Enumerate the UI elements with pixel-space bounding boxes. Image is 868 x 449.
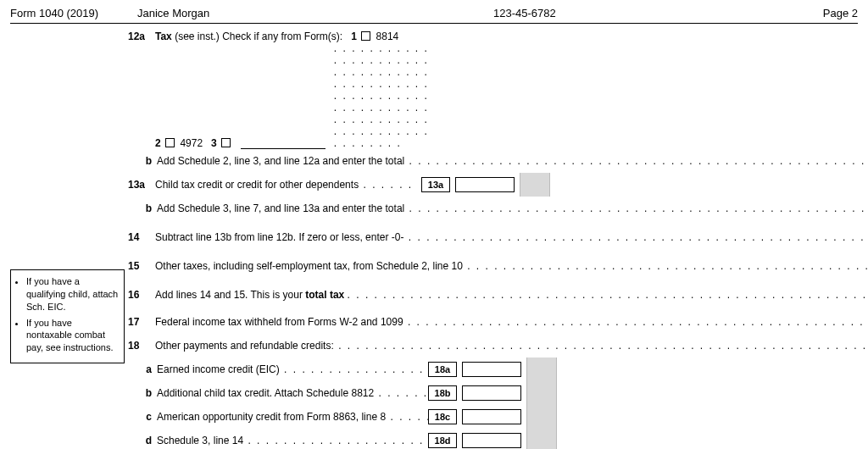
line-13b: b Add Schedule 3, line 7, and line 13a a… [125, 197, 868, 220]
line-12b-no: b [125, 155, 157, 167]
line-16-text: Add lines 14 and 15. This is your total … [155, 289, 868, 301]
line-17-no: 17 [125, 316, 155, 328]
line-13a-text: Child tax credit or credit for other dep… [155, 179, 418, 191]
line-18b: b Additional child tax credit. Attach Sc… [125, 381, 868, 405]
side-note-eic: If you have a qualifying child, attach S… [26, 275, 119, 313]
line-13b-no: b [125, 202, 157, 214]
box-value-13a[interactable] [455, 177, 515, 192]
box-label-18b: 18b [428, 385, 457, 401]
line-18: 18 Other payments and refundable credits… [125, 334, 868, 358]
ssn: 123-45-6782 [493, 7, 714, 19]
checkbox-8814[interactable] [361, 31, 370, 41]
side-note-box: If you have a qualifying child, attach S… [10, 269, 125, 363]
side-note-combat-pay: If you have nontaxable combat pay, see i… [26, 317, 119, 355]
box-value-18d[interactable] [462, 433, 521, 448]
taxpayer-name: Janice Morgan [137, 7, 493, 19]
line-16: 16 Add lines 14 and 15. This is your tot… [125, 283, 868, 307]
line-18a: a Earned income credit (EIC) 18a [125, 358, 868, 381]
box-label-18a: 18a [428, 362, 457, 377]
line-14: 14 Subtract line 13b from line 12b. If z… [125, 225, 868, 249]
line-13b-text: Add Schedule 3, line 7, and line 13a and… [157, 202, 868, 214]
box-value-18a[interactable] [462, 362, 521, 377]
line-15-text: Other taxes, including self-employment t… [155, 260, 868, 272]
box-label-18c: 18c [428, 409, 457, 424]
checkbox-3[interactable] [221, 138, 231, 147]
form-header: Form 1040 (2019) Janice Morgan 123-45-67… [10, 7, 858, 24]
line-15-no: 15 [125, 260, 155, 272]
line-12a-no: 12a [125, 30, 155, 42]
box-value-18b[interactable] [462, 385, 521, 401]
checkbox-4972[interactable] [165, 138, 175, 147]
line-14-text: Subtract line 13b from line 12b. If zero… [155, 231, 868, 243]
form-title: Form 1040 (2019) [10, 7, 137, 19]
box-value-18c[interactable] [462, 409, 521, 424]
box-label-13a: 13a [421, 177, 450, 192]
line-18-text: Other payments and refundable credits: [155, 340, 868, 352]
line-18-no: 18 [125, 340, 155, 352]
page-number: Page 2 [823, 7, 858, 19]
box-label-18d: 18d [428, 433, 457, 448]
shade-13a [520, 173, 550, 197]
line-14-no: 14 [125, 231, 155, 243]
line-17-text: Federal income tax withheld from Forms W… [155, 316, 868, 328]
line-12a-mid: (see inst.) Check if any from Form(s): [172, 30, 342, 42]
line-16-no: 16 [125, 289, 155, 301]
line-15: 15 Other taxes, including self-employmen… [125, 254, 868, 278]
line-12a-writein[interactable] [241, 136, 326, 149]
line-17: 17 Federal income tax withheld from Form… [125, 310, 868, 334]
line-12a: 12a Tax (see inst.) Check if any from Fo… [125, 29, 868, 149]
line-13a-no: 13a [125, 179, 155, 191]
line-18c: c American opportunity credit from Form … [125, 405, 868, 429]
side-column: If you have a qualifying child, attach S… [10, 29, 125, 363]
line-12b-text: Add Schedule 2, line 3, and line 12a and… [157, 155, 868, 167]
line-12b: b Add Schedule 2, line 3, and line 12a a… [125, 149, 868, 173]
line-18d: d Schedule 3, line 14 18d [125, 429, 868, 449]
line-12a-lead: Tax [155, 30, 172, 42]
line-13a: 13a Child tax credit or credit for other… [125, 173, 868, 197]
main-lines: 12a Tax (see inst.) Check if any from Fo… [125, 29, 868, 449]
